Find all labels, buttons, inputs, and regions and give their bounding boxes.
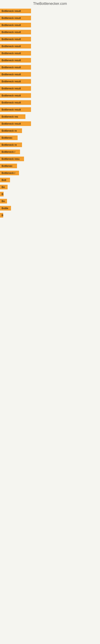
- bottleneck-badge[interactable]: Bott: [0, 178, 10, 182]
- list-item: Bottlenec: [0, 164, 100, 168]
- list-item: Bottleneck result: [0, 51, 100, 56]
- list-item: Bottleneck result: [0, 44, 100, 48]
- bottleneck-badge[interactable]: Bo: [0, 185, 8, 190]
- bottleneck-badge[interactable]: Bottleneck result: [0, 30, 31, 34]
- list-item: Bottleneck result: [0, 93, 100, 98]
- list-item: Bottleneck re: [0, 142, 100, 147]
- list-item: Bottleneck result: [0, 72, 100, 77]
- list-item: Bottle: [0, 206, 100, 210]
- bottleneck-badge[interactable]: Bottleneck result: [0, 51, 31, 56]
- bottleneck-badge[interactable]: B: [0, 192, 3, 196]
- list-item: Bottleneck r: [0, 150, 100, 154]
- list-item: Bottlenec: [0, 136, 100, 140]
- list-item: Bott: [0, 178, 100, 182]
- list-item: Bottleneck result: [0, 86, 100, 91]
- bottleneck-badge[interactable]: Bottleneck result: [0, 23, 31, 27]
- list-item: Bottleneck result: [0, 121, 100, 126]
- bottleneck-badge[interactable]: Bottleneck res: [0, 114, 25, 119]
- list-item: Bottleneck result: [0, 58, 100, 62]
- bottleneck-badge[interactable]: Bottleneck resu: [0, 156, 24, 161]
- bottleneck-badge[interactable]: Bottleneck result: [0, 9, 31, 13]
- list-item: Bo: [0, 185, 100, 190]
- bottleneck-badge[interactable]: Bottle: [0, 206, 11, 210]
- bottleneck-badge[interactable]: Bottleneck result: [0, 79, 31, 84]
- list-item: Bottleneck result: [0, 23, 100, 27]
- bottleneck-badge[interactable]: Bottleneck re: [0, 142, 22, 147]
- list-item: Bottleneck result: [0, 79, 100, 84]
- bottleneck-badge[interactable]: Bottleneck result: [0, 107, 31, 112]
- bottleneck-badge[interactable]: Bottleneck result: [0, 86, 31, 91]
- bottleneck-list: Bottleneck resultBottleneck resultBottle…: [0, 7, 100, 220]
- bottleneck-badge[interactable]: Bottlenec: [0, 136, 18, 140]
- list-item: Bottleneck result: [0, 107, 100, 112]
- page-wrapper: TheBottlenecker.com Bottleneck resultBot…: [0, 0, 100, 220]
- list-item: Bottleneck result: [0, 65, 100, 70]
- site-title: TheBottlenecker.com: [0, 0, 100, 7]
- list-item: Bottleneck result: [0, 16, 100, 20]
- bottleneck-badge[interactable]: Bottleneck result: [0, 44, 31, 48]
- list-item: Bottleneck result: [0, 37, 100, 42]
- list-item: B: [0, 192, 100, 196]
- bottleneck-badge[interactable]: Bottleneck r: [0, 171, 19, 175]
- list-item: Bottleneck result: [0, 30, 100, 34]
- list-item: Bottleneck re: [0, 128, 100, 133]
- list-item: Bottleneck result: [0, 100, 100, 105]
- list-item: Bottleneck resu: [0, 156, 100, 161]
- bottleneck-badge[interactable]: B: [0, 213, 3, 218]
- bottleneck-badge[interactable]: Bottleneck result: [0, 16, 31, 20]
- bottleneck-badge[interactable]: Bottlenec: [0, 164, 17, 168]
- list-item: Bottleneck result: [0, 9, 100, 13]
- bottleneck-badge[interactable]: Bottleneck result: [0, 100, 31, 105]
- bottleneck-badge[interactable]: Bottleneck result: [0, 65, 31, 70]
- bottleneck-badge[interactable]: Bottleneck re: [0, 128, 22, 133]
- bottleneck-badge[interactable]: Bottleneck result: [0, 58, 31, 62]
- bottleneck-badge[interactable]: Bottleneck r: [0, 150, 20, 154]
- bottleneck-badge[interactable]: Bottleneck result: [0, 93, 31, 98]
- list-item: Bottleneck res: [0, 114, 100, 119]
- bottleneck-badge[interactable]: Bottleneck result: [0, 72, 31, 77]
- list-item: Bottleneck r: [0, 171, 100, 175]
- list-item: B: [0, 213, 100, 218]
- bottleneck-badge[interactable]: Bottleneck result: [0, 37, 31, 42]
- bottleneck-badge[interactable]: Bottleneck result: [0, 121, 31, 126]
- list-item: Bo: [0, 199, 100, 204]
- bottleneck-badge[interactable]: Bo: [0, 199, 7, 204]
